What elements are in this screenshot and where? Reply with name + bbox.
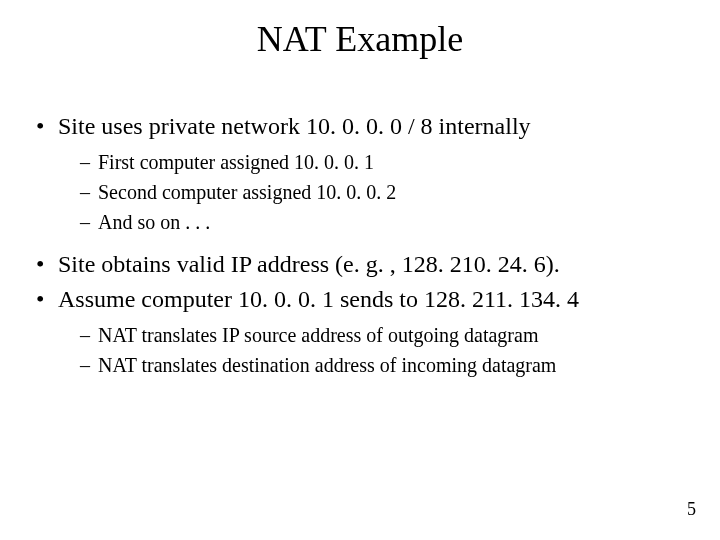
bullet-text: Site obtains valid IP address (e. g. , 1… <box>58 251 560 277</box>
sub-bullet-text: First computer assigned 10. 0. 0. 1 <box>98 151 374 173</box>
sub-bullet-item: – NAT translates IP source address of ou… <box>80 321 684 349</box>
sub-list: – First computer assigned 10. 0. 0. 1 – … <box>80 148 684 236</box>
sub-bullet-text: And so on . . . <box>98 211 210 233</box>
sub-bullet-text: Second computer assigned 10. 0. 0. 2 <box>98 181 396 203</box>
bullet-item: • Site uses private network 10. 0. 0. 0 … <box>36 110 684 142</box>
sub-bullet-item: – First computer assigned 10. 0. 0. 1 <box>80 148 684 176</box>
slide-content: • Site uses private network 10. 0. 0. 0 … <box>36 110 684 391</box>
bullet-icon: • <box>36 248 44 280</box>
dash-icon: – <box>80 148 90 176</box>
page-number: 5 <box>687 499 696 520</box>
sub-bullet-text: NAT translates destination address of in… <box>98 354 556 376</box>
bullet-item: • Assume computer 10. 0. 0. 1 sends to 1… <box>36 283 684 315</box>
sub-bullet-text: NAT translates IP source address of outg… <box>98 324 538 346</box>
bullet-icon: • <box>36 110 44 142</box>
sub-list: – NAT translates IP source address of ou… <box>80 321 684 379</box>
slide: NAT Example • Site uses private network … <box>0 0 720 540</box>
bullet-item: • Site obtains valid IP address (e. g. ,… <box>36 248 684 280</box>
bullet-icon: • <box>36 283 44 315</box>
dash-icon: – <box>80 351 90 379</box>
bullet-text: Assume computer 10. 0. 0. 1 sends to 128… <box>58 286 579 312</box>
sub-bullet-item: – NAT translates destination address of … <box>80 351 684 379</box>
sub-bullet-item: – And so on . . . <box>80 208 684 236</box>
slide-title: NAT Example <box>0 18 720 60</box>
dash-icon: – <box>80 321 90 349</box>
dash-icon: – <box>80 178 90 206</box>
sub-bullet-item: – Second computer assigned 10. 0. 0. 2 <box>80 178 684 206</box>
dash-icon: – <box>80 208 90 236</box>
bullet-text: Site uses private network 10. 0. 0. 0 / … <box>58 113 531 139</box>
